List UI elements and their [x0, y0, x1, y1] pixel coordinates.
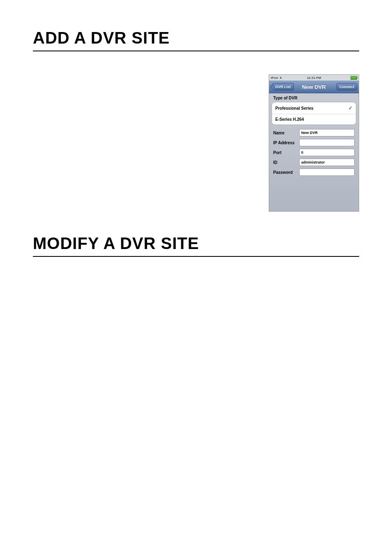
- form-label: Port: [273, 150, 299, 155]
- chevron-left-icon: [271, 83, 274, 91]
- ip-address-field[interactable]: [299, 139, 355, 146]
- divider: [33, 256, 359, 257]
- status-bar: iPod ▲ 12:21 PM: [269, 75, 359, 81]
- section-title-modify: MODIFY A DVR SITE: [33, 234, 359, 253]
- connect-button[interactable]: Connect: [337, 83, 357, 90]
- status-time: 12:21 PM: [307, 76, 321, 80]
- status-left: iPod ▲: [271, 76, 282, 80]
- type-group-header: Type of DVR: [273, 96, 355, 100]
- form-row-id: ID: [273, 159, 355, 166]
- back-button-label: DVR List: [274, 83, 294, 90]
- form-row-name: Name: [273, 129, 355, 136]
- form-area: Name IP Address Port ID: [272, 129, 356, 176]
- back-button[interactable]: DVR List: [271, 83, 294, 91]
- divider: [33, 51, 359, 51]
- device-label: iPod: [271, 76, 278, 80]
- type-group: Professional Series ✓ E-Series H.264: [272, 102, 356, 125]
- form-label: IP Address: [273, 141, 299, 145]
- check-icon: ✓: [348, 105, 353, 111]
- form-label: ID: [273, 160, 299, 165]
- type-option-label: E-Series H.264: [275, 117, 304, 122]
- battery-icon: [350, 76, 357, 80]
- form-row-ip: IP Address: [273, 139, 355, 146]
- content-area: Type of DVR Professional Series ✓ E-Seri…: [269, 93, 359, 211]
- id-field[interactable]: [299, 159, 355, 166]
- nav-bar: DVR List New DVR Connect: [269, 81, 359, 93]
- wifi-icon: ▲: [279, 76, 282, 79]
- type-option-professional[interactable]: Professional Series ✓: [272, 102, 356, 114]
- form-row-port: Port: [273, 149, 355, 156]
- phone-screenshot: iPod ▲ 12:21 PM DVR List New DVR Connect…: [269, 74, 359, 212]
- screenshot-container: iPod ▲ 12:21 PM DVR List New DVR Connect…: [33, 74, 359, 212]
- name-field[interactable]: [299, 129, 355, 136]
- type-option-eseries[interactable]: E-Series H.264: [272, 114, 356, 125]
- form-label: Password: [273, 170, 299, 175]
- type-option-label: Professional Series: [275, 106, 314, 111]
- form-row-password: Password: [273, 168, 355, 176]
- port-field[interactable]: [299, 149, 355, 156]
- section-title-add: ADD A DVR SITE: [33, 29, 359, 47]
- form-label: Name: [273, 131, 299, 135]
- document-page: ADD A DVR SITE iPod ▲ 12:21 PM DVR List: [0, 0, 392, 549]
- password-field[interactable]: [299, 168, 355, 176]
